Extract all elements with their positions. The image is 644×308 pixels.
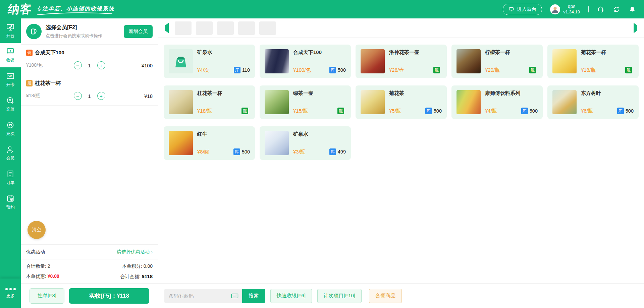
product-stock-count: 499 [338, 149, 346, 155]
member-select-title: 选择会员[F2] [46, 24, 120, 31]
product-card[interactable]: 桂花茶一杯 ¥18/瓶 服 [164, 85, 255, 119]
category-tab[interactable] [175, 21, 192, 35]
hold-order-button[interactable]: 挂单[F8] [30, 288, 64, 304]
product-type-badge: 服 [337, 108, 344, 114]
product-price: ¥5/瓶 [389, 108, 401, 114]
product-price: ¥18/瓶 [581, 67, 596, 73]
amount-label: 合计金额: [120, 274, 141, 279]
sidebar-item-label: 充次 [6, 131, 15, 137]
member-select-subtitle: 点击进行会员搜索或刷卡操作 [46, 33, 120, 39]
product-stock-count: 500 [434, 108, 442, 114]
avatar [550, 4, 560, 14]
sidebar-item-recharge-times[interactable]: 充次 [0, 116, 21, 141]
cart-list: 普 合成天下100 ¥100/包 − 1 + ¥100 服 桂花茶一杯 ¥18/… [21, 45, 158, 106]
quick-cashier-button[interactable]: 快速收银[F6] [270, 289, 312, 303]
member-check-icon [6, 145, 15, 154]
recharge-times-icon [6, 121, 15, 129]
product-card[interactable]: 洛神花茶一壶 ¥28/壶 服 [356, 45, 447, 78]
product-stock-count: 110 [242, 67, 250, 73]
sidebar-item-more[interactable]: 更多 [0, 279, 21, 308]
product-name: 东方树叶 [581, 90, 634, 97]
sidebar-item-vip-card[interactable]: VIP 开卡 [0, 67, 21, 92]
product-card[interactable]: 康师傅饮料系列 ¥4/瓶 库 500 [451, 85, 543, 119]
product-card[interactable]: 绿茶一壶 ¥15/瓶 服 [260, 85, 351, 119]
cart-panel: 选择会员[F2] 点击进行会员搜索或刷卡操作 新增会员 普 合成天下100 ¥1… [21, 18, 158, 308]
category-tab[interactable] [217, 21, 234, 35]
product-price: ¥18/瓶 [197, 108, 212, 114]
cart-item[interactable]: 普 合成天下100 ¥100/包 − 1 + ¥100 [21, 45, 158, 75]
product-card[interactable]: 菊花茶一杯 ¥18/瓶 服 [547, 45, 639, 78]
cart-actions: 挂单[F8] 实收[F5]：¥118 [21, 283, 158, 308]
customer-service-icon[interactable] [597, 5, 604, 13]
item-name: 桂花茶一杯 [35, 80, 61, 87]
app-version: v1.34.19 [563, 9, 580, 15]
sidebar-item-orders[interactable]: 订单 [0, 165, 21, 190]
product-price: ¥4/瓶 [485, 108, 497, 114]
member-select-bar[interactable]: 选择会员[F2] 点击进行会员搜索或刷卡操作 新增会员 [21, 18, 158, 45]
svg-text:¥: ¥ [9, 98, 11, 102]
product-type-badge: 库 [329, 148, 336, 155]
clear-cart-button[interactable]: 清空 [28, 221, 46, 239]
add-member-button[interactable]: 新增会员 [124, 25, 153, 38]
checkout-button[interactable]: 实收[F5]：¥118 [69, 288, 149, 304]
combo-product-button[interactable]: 套餐商品 [369, 289, 402, 303]
product-type-badge: 服 [241, 108, 248, 114]
product-name: 康师傅饮料系列 [485, 90, 538, 97]
qty-decrease-button[interactable]: − [74, 61, 82, 69]
count-item-button[interactable]: 计次项目[F10] [317, 289, 362, 303]
product-grid: 矿泉水 ¥4/次 库 110 合成天下100 ¥100/包 库 [158, 38, 644, 283]
vip-card-icon: VIP [6, 72, 15, 80]
points-label: 本单积分: [122, 263, 142, 269]
qty-increase-button[interactable]: + [97, 92, 105, 100]
category-tab[interactable] [196, 21, 213, 35]
select-promo-link[interactable]: 请选择优惠活动 › [117, 249, 153, 255]
product-price: ¥100/包 [293, 67, 311, 73]
product-card[interactable]: 柠檬茶一杯 ¥20/瓶 服 [451, 45, 543, 78]
enter-backend-button[interactable]: 进入后台 [503, 4, 542, 15]
sidebar-item-recharge[interactable]: ¥ 充值 [0, 92, 21, 116]
category-tabs [175, 21, 628, 35]
item-qty: 1 [82, 63, 97, 68]
product-image [361, 49, 385, 73]
scan-toolbar: 搜索 快速收银[F6] 计次项目[F10] 套餐商品 [158, 283, 644, 308]
bell-icon[interactable] [629, 6, 636, 13]
product-card[interactable]: 红牛 ¥8/罐 库 500 [164, 126, 255, 160]
category-tab[interactable] [238, 21, 255, 35]
sidebar-item-reservation[interactable]: 预约 [0, 190, 21, 214]
category-tab[interactable] [259, 21, 276, 35]
user-info[interactable]: qps v1.34.19 [550, 4, 580, 15]
product-type-badge: 库 [329, 67, 336, 73]
product-card[interactable]: 矿泉水 ¥3/瓶 库 499 [260, 126, 351, 160]
product-price: ¥20/瓶 [485, 67, 500, 73]
product-image [169, 49, 193, 73]
qty-increase-button[interactable]: + [97, 61, 105, 69]
product-card[interactable]: 东方树叶 ¥6/瓶 库 500 [547, 85, 639, 119]
cart-item[interactable]: 服 桂花茶一杯 ¥18/瓶 − 1 + ¥18 [21, 75, 158, 106]
sidebar-item-members[interactable]: 会员 [0, 141, 21, 165]
app-header: 纳客 专注单店、小连锁的收银系统 进入后台 [0, 0, 644, 18]
svg-text:VIP: VIP [8, 75, 12, 78]
search-button[interactable]: 搜索 [242, 289, 265, 303]
product-image [457, 90, 481, 114]
product-name: 矿泉水 [197, 49, 250, 56]
product-card[interactable]: 合成天下100 ¥100/包 库 500 [260, 45, 351, 78]
tabs-scroll-left-arrow[interactable] [164, 24, 170, 32]
points-value: 0.00 [144, 263, 153, 269]
reservation-calendar-icon [6, 194, 15, 203]
product-card[interactable]: 矿泉水 ¥4/次 库 110 [164, 45, 255, 78]
sidebar-item-cashier[interactable]: ¥ 收银 [0, 43, 21, 67]
product-card[interactable]: 菊花茶 ¥5/瓶 库 500 [356, 85, 447, 119]
product-name: 矿泉水 [293, 131, 346, 137]
product-name: 菊花茶 [389, 90, 442, 97]
product-price: ¥6/瓶 [581, 108, 593, 114]
sidebar: 开台 ¥ 收银 VIP 开卡 [0, 18, 21, 308]
keyboard-icon[interactable] [231, 292, 239, 300]
product-image [265, 90, 289, 114]
recharge-icon: ¥ [6, 96, 15, 105]
sidebar-item-open-table[interactable]: 开台 [0, 18, 21, 43]
tagline-underline-swoosh [36, 12, 113, 15]
sync-icon[interactable] [612, 5, 621, 13]
tabs-scroll-right-arrow[interactable] [632, 24, 639, 32]
qty-decrease-button[interactable]: − [74, 92, 82, 100]
checkout-amount: ¥118 [117, 293, 129, 299]
